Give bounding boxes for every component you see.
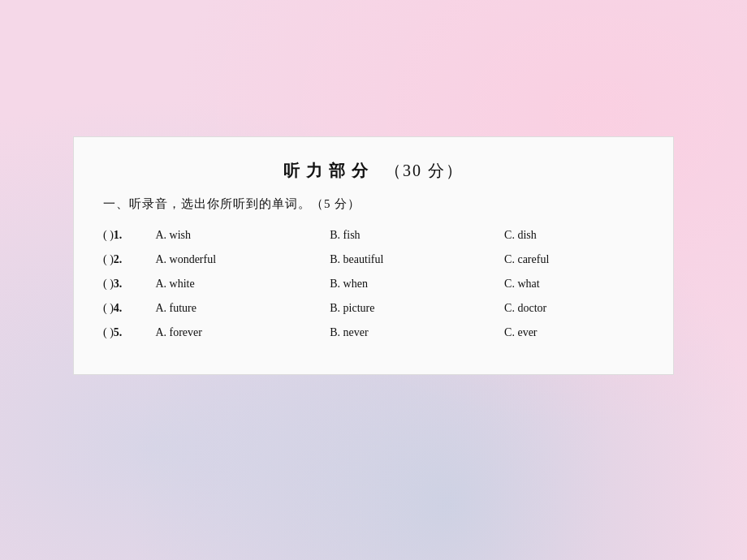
question-prefix: ( )3.: [103, 272, 155, 296]
table-row: ( )1.A. wishB. fishC. dish: [103, 223, 644, 248]
option-c: C. ever: [504, 321, 644, 345]
question-prefix: ( )2.: [103, 248, 155, 272]
sub-heading: 一、听录音，选出你所听到的单词。（5 分）: [103, 196, 644, 212]
option-b: B. never: [330, 321, 504, 345]
questions-table: ( )1.A. wishB. fishC. dish( )2.A. wonder…: [103, 223, 644, 345]
option-a: A. wish: [155, 223, 330, 248]
option-b: B. fish: [330, 223, 504, 248]
option-a: A. forever: [155, 321, 330, 345]
table-row: ( )5.A. foreverB. neverC. ever: [103, 321, 644, 345]
table-row: ( )2.A. wonderfulB. beautifulC. careful: [103, 248, 644, 272]
title-text: 听力部分: [283, 162, 374, 179]
option-c: C. doctor: [504, 296, 644, 321]
option-a: A. white: [155, 272, 330, 296]
table-row: ( )3.A. whiteB. whenC. what: [103, 272, 644, 296]
option-c: C. careful: [504, 248, 644, 272]
option-b: B. beautiful: [330, 248, 504, 272]
option-c: C. what: [504, 272, 644, 296]
option-a: A. future: [155, 296, 330, 321]
title-score: （30 分）: [385, 162, 464, 179]
exam-card: 听力部分 （30 分） 一、听录音，选出你所听到的单词。（5 分） ( )1.A…: [73, 136, 674, 375]
page-wrapper: 听力部分 （30 分） 一、听录音，选出你所听到的单词。（5 分） ( )1.A…: [0, 0, 747, 560]
question-prefix: ( )4.: [103, 296, 155, 321]
question-prefix: ( )5.: [103, 321, 155, 345]
table-row: ( )4.A. futureB. pictureC. doctor: [103, 296, 644, 321]
option-c: C. dish: [504, 223, 644, 248]
option-b: B. picture: [330, 296, 504, 321]
section-title: 听力部分 （30 分）: [103, 160, 644, 182]
option-b: B. when: [330, 272, 504, 296]
option-a: A. wonderful: [155, 248, 330, 272]
question-prefix: ( )1.: [103, 223, 155, 248]
